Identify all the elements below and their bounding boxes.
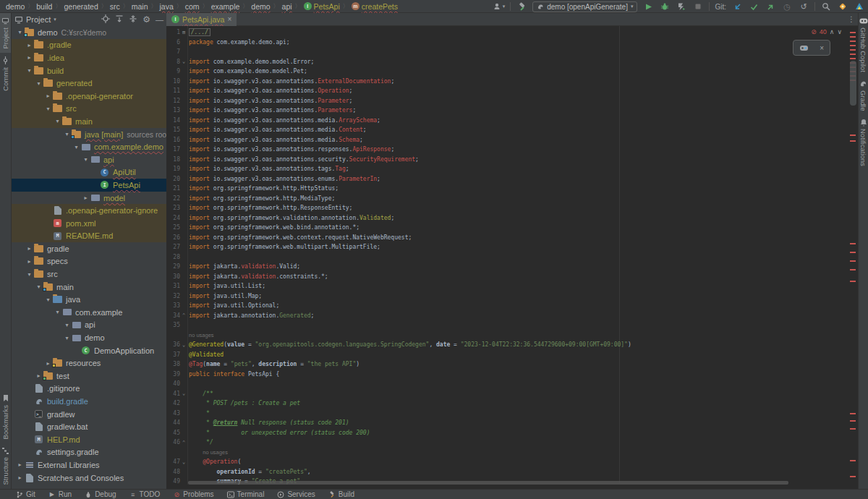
tree-item-java-main-[interactable]: ▾java [main]sources root <box>12 128 166 141</box>
next-error-button[interactable]: ∨ <box>837 28 842 35</box>
tree-chevron-icon[interactable]: ▸ <box>82 195 90 201</box>
tree-item-gradlew-bat[interactable]: gradlew.bat <box>12 420 166 433</box>
rollback-button[interactable]: ↺ <box>798 1 809 12</box>
git-commit-button[interactable] <box>748 1 760 12</box>
tree-item-generated[interactable]: ▾generated <box>12 77 166 90</box>
tree-item-com-example-demo[interactable]: ▾com.example.demo <box>12 140 166 153</box>
project-panel-selector[interactable]: Project ▾ <box>14 15 56 24</box>
tree-item-resources[interactable]: ▸resources <box>12 357 166 370</box>
tree-item-src[interactable]: ▾src <box>12 103 166 116</box>
error-stripe-mark[interactable] <box>850 135 856 136</box>
local-history-button[interactable]: ◷ <box>781 1 793 12</box>
fold-marker-icon[interactable]: ⌃ <box>180 440 187 445</box>
error-stripe-mark[interactable] <box>850 45 856 46</box>
editor-options-kebab-icon[interactable]: ⋮ <box>848 15 855 23</box>
error-stripe-mark[interactable] <box>850 420 856 422</box>
bottom-tool-git[interactable]: Git <box>16 490 35 498</box>
error-stripe-mark[interactable] <box>850 252 856 253</box>
ai-assistant-popup[interactable]: × <box>793 40 830 56</box>
error-stripe-mark[interactable] <box>850 32 856 33</box>
tree-item-main[interactable]: ▾main <box>12 281 166 294</box>
error-stripe-mark[interactable] <box>850 49 856 51</box>
inlay-hint[interactable]: no usages <box>189 449 228 456</box>
tool-stripe-bookmarks[interactable]: Bookmarks <box>0 391 11 443</box>
error-stripe-mark[interactable] <box>850 269 856 270</box>
inspection-widget[interactable]: ⊘ 40 ∧ ∨ <box>811 28 842 35</box>
bottom-tool-todo[interactable]: ≡TODO <box>129 490 161 498</box>
tool-stripe-commit[interactable]: Commit <box>0 53 11 95</box>
tree-item-petsapi[interactable]: IPetsApi <box>12 179 166 192</box>
tree-chevron-icon[interactable]: ▾ <box>63 322 71 328</box>
tree-item-com-example[interactable]: ▾com.example <box>12 306 166 319</box>
tree-item-gradlew[interactable]: >_gradlew <box>12 408 166 421</box>
breadcrumb-item-src[interactable]: src <box>110 2 120 11</box>
bottom-tool-services[interactable]: Services <box>277 490 315 498</box>
tool-stripe-structure[interactable]: Structure <box>0 443 11 489</box>
close-icon[interactable]: × <box>820 44 824 52</box>
run-button[interactable] <box>642 1 654 12</box>
error-stripe-mark[interactable] <box>850 460 856 461</box>
tree-item-api[interactable]: ▾api <box>12 319 166 332</box>
bottom-tool-build[interactable]: Build <box>328 490 354 498</box>
git-update-button[interactable] <box>731 1 743 12</box>
tree-chevron-icon[interactable]: ▾ <box>25 67 33 74</box>
bottom-tool-problems[interactable]: ⊘Problems <box>173 490 213 498</box>
tree-chevron-icon[interactable]: ▸ <box>35 372 43 379</box>
tool-stripe-notifications[interactable]: Notifications <box>859 114 868 170</box>
stop-button[interactable] <box>692 1 704 12</box>
bottom-tool-debug[interactable]: Debug <box>85 490 116 498</box>
error-stripe-mark[interactable] <box>850 40 856 42</box>
tree-chevron-icon[interactable]: ▾ <box>44 297 52 303</box>
fold-marker-icon[interactable]: ⌄ <box>180 459 187 465</box>
breadcrumb-item-example[interactable]: example <box>211 2 240 11</box>
debug-button[interactable] <box>659 1 671 12</box>
tree-item-test[interactable]: ▸test <box>12 370 166 383</box>
tree-chevron-icon[interactable]: ▾ <box>35 283 43 290</box>
user-menu-button[interactable]: ▾ <box>493 1 506 12</box>
prev-error-button[interactable]: ∧ <box>830 28 835 35</box>
fold-marker-icon[interactable]: ⌄ <box>180 342 187 348</box>
bottom-tool-terminal[interactable]: Terminal <box>227 490 265 498</box>
fold-marker-icon[interactable]: ⌃ <box>180 312 187 318</box>
tree-item-external-libraries[interactable]: ▸External Libraries <box>12 459 166 472</box>
settings-gear-icon[interactable]: ⚙ <box>142 14 150 25</box>
breadcrumb-item-main[interactable]: main <box>132 2 148 11</box>
error-stripe-mark[interactable] <box>850 54 856 55</box>
tree-item-demoapplication[interactable]: CDemoApplication <box>12 344 166 357</box>
tree-item--openapi-generator[interactable]: ▸.openapi-generator <box>12 90 166 103</box>
tree-item-java[interactable]: ▾java <box>12 293 166 306</box>
error-stripe-mark[interactable] <box>850 413 856 414</box>
coverage-button[interactable] <box>676 1 687 12</box>
tree-chevron-icon[interactable]: ▾ <box>54 118 61 124</box>
tree-item-specs[interactable]: ▸specs <box>12 255 166 268</box>
tree-item-main[interactable]: ▾main <box>12 115 166 128</box>
expand-all-button[interactable] <box>115 14 124 25</box>
tree-chevron-icon[interactable]: ▾ <box>72 144 80 150</box>
error-stripe-mark[interactable] <box>850 140 856 142</box>
error-stripe-mark[interactable] <box>850 260 856 262</box>
tree-chevron-icon[interactable]: ▾ <box>63 131 71 137</box>
fold-marker-icon[interactable]: ⌄ <box>180 391 187 396</box>
tree-chevron-icon[interactable]: ▸ <box>16 461 24 468</box>
hide-panel-button[interactable]: — <box>156 15 163 24</box>
tool-stripe-gradle[interactable]: Gradle <box>859 76 868 115</box>
inlay-hint[interactable]: no usages <box>189 332 214 338</box>
tree-item-readme-md[interactable]: MREADME.md <box>12 230 166 243</box>
fold-marker-icon[interactable]: ⌄ <box>180 59 187 64</box>
tree-item-model[interactable]: ▸model <box>12 192 166 205</box>
build-project-button[interactable] <box>516 1 527 12</box>
tree-item-api[interactable]: ▾api <box>12 153 166 166</box>
tree-chevron-icon[interactable]: ▾ <box>35 80 43 87</box>
fold-marker-icon[interactable]: ⊞ <box>180 30 187 35</box>
tree-item--gradle[interactable]: ▸.gradle <box>12 39 166 52</box>
breadcrumb-item-demo[interactable]: demo <box>6 2 25 11</box>
tree-item-src[interactable]: ▾src <box>12 268 166 281</box>
tree-chevron-icon[interactable]: ▾ <box>25 271 33 278</box>
tree-chevron-icon[interactable]: ▸ <box>25 42 33 48</box>
git-push-button[interactable] <box>765 1 776 12</box>
tree-chevron-icon[interactable]: ▾ <box>44 106 52 112</box>
editor[interactable]: 1⊞/.../6package com.example.demo.api;78⌄… <box>166 26 858 489</box>
breadcrumb-item-com[interactable]: com <box>185 2 200 11</box>
bottom-tool-run[interactable]: ▶Run <box>48 490 72 498</box>
vertical-scrollbar[interactable] <box>850 61 856 106</box>
